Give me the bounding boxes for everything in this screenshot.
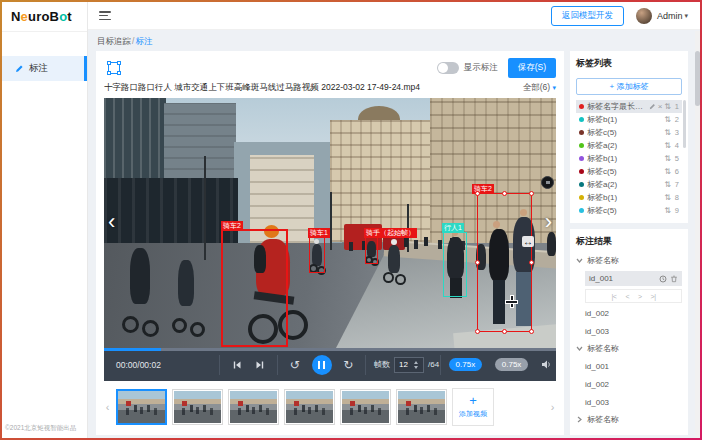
bounding-box-tool-icon[interactable] <box>108 62 120 74</box>
frame-stepper[interactable] <box>414 361 418 369</box>
result-group-header[interactable]: 标签名称 <box>576 253 682 268</box>
bbox-annotation-selected[interactable]: 骑车2 <box>477 193 532 332</box>
back-to-model-dev-button[interactable]: 返回模型开发 <box>551 6 624 26</box>
trash-icon[interactable] <box>670 275 678 283</box>
result-group-header[interactable]: 标签名称 <box>576 341 682 356</box>
filmstrip-prev-icon[interactable]: ‹ <box>104 401 111 413</box>
collapse-menu-icon[interactable] <box>99 11 111 20</box>
bbox-annotation[interactable]: 骑车2 <box>221 229 288 347</box>
label-row[interactable]: 标签b(1) ⇅ 2 <box>576 113 682 126</box>
breadcrumb: 目标追踪/标注 <box>97 35 692 48</box>
video-thumbnail[interactable] <box>396 389 447 425</box>
speed-pill-active[interactable]: 0.75x <box>449 358 483 371</box>
next-frame-icon[interactable] <box>255 360 265 370</box>
result-item[interactable]: id_003 <box>585 395 682 410</box>
breadcrumb-parent[interactable]: 目标追踪 <box>97 36 131 46</box>
video-canvas[interactable]: 骑车2 骑车1 骑手（起始帧） 行人1 骑车2 <box>104 98 556 348</box>
bbox-label: 骑车1 <box>308 228 330 238</box>
save-button[interactable]: 保存(S) <box>508 58 556 78</box>
resize-handle[interactable] <box>529 329 534 334</box>
label-row[interactable]: 标签c(5) ⇅ 9 <box>576 204 682 217</box>
result-item[interactable]: id_003 <box>585 324 682 339</box>
rewind-10-icon[interactable]: ↺ <box>290 359 300 371</box>
pause-button[interactable] <box>312 355 332 375</box>
resize-handle[interactable] <box>502 191 507 196</box>
box-action-icon[interactable] <box>541 176 554 189</box>
result-item[interactable]: id_002 <box>585 377 682 392</box>
sort-label-icon[interactable]: ⇅ <box>664 142 671 150</box>
label-list-scrollbar[interactable] <box>683 100 686 148</box>
sort-label-icon[interactable]: ⇅ <box>664 116 671 124</box>
pager-next-icon[interactable]: > <box>638 293 642 300</box>
video-thumbnail[interactable] <box>116 389 167 425</box>
label-name: 标签b(1) <box>587 153 662 164</box>
delete-label-icon[interactable]: × <box>658 103 663 111</box>
avatar[interactable] <box>636 8 652 24</box>
prev-video-chevron-icon[interactable]: ‹ <box>108 211 115 233</box>
result-group-header[interactable]: 标签名称 <box>576 412 682 427</box>
prev-frame-icon[interactable] <box>232 360 242 370</box>
sort-label-icon[interactable]: ⇅ <box>664 194 671 202</box>
photo-region <box>330 192 332 250</box>
video-thumbnail[interactable] <box>228 389 279 425</box>
add-video-button[interactable]: + 添加视频 <box>452 388 494 426</box>
sort-label-icon[interactable]: ⇅ <box>664 155 671 163</box>
sort-label-icon[interactable]: ⇅ <box>664 129 671 137</box>
speed-pill-secondary[interactable]: 0.75x <box>495 358 529 371</box>
sort-label-icon[interactable]: ⇅ <box>664 207 671 215</box>
sort-label-icon[interactable]: ⇅ <box>664 168 671 176</box>
label-row[interactable]: 标签名字最长数... × ⇅ 1 <box>576 100 682 113</box>
step-down-icon[interactable] <box>414 366 418 369</box>
pager-first-icon[interactable]: |< <box>612 293 617 300</box>
bbox-annotation[interactable]: 骑手（起始帧） <box>365 237 378 264</box>
resize-handle[interactable] <box>529 260 534 265</box>
video-thumbnail[interactable] <box>284 389 335 425</box>
sort-label-icon[interactable]: ⇅ <box>664 103 671 111</box>
right-panel: 标签列表 + 添加标签 标签名字最长数... × ⇅ 1 <box>570 51 688 435</box>
video-thumbnail[interactable] <box>172 389 223 425</box>
video-filter-dropdown[interactable]: 全部(6) ▾ <box>523 82 556 94</box>
label-row[interactable]: 标签a(2) ⇅ 4 <box>576 139 682 152</box>
filmstrip-next-icon[interactable]: › <box>549 401 556 413</box>
pager-last-icon[interactable]: >| <box>651 293 656 300</box>
edit-label-icon[interactable] <box>649 103 656 110</box>
resize-handle[interactable] <box>475 191 480 196</box>
label-row[interactable]: 标签b(1) ⇅ 8 <box>576 191 682 204</box>
frame-number-input[interactable] <box>395 360 413 369</box>
label-row[interactable]: 标签b(1) ⇅ 5 <box>576 152 682 165</box>
seek-bar[interactable] <box>104 348 556 351</box>
resize-handle[interactable] <box>529 191 534 196</box>
username[interactable]: Admin <box>657 11 683 21</box>
bbox-annotation[interactable]: 行人1 <box>443 232 467 297</box>
show-annotation-toggle[interactable] <box>437 62 459 74</box>
result-item[interactable]: id_001 <box>585 359 682 374</box>
label-row[interactable]: 标签c(5) ⇅ 6 <box>576 165 682 178</box>
photo-region <box>172 318 187 333</box>
label-row[interactable]: 标签c(5) ⇅ 3 <box>576 126 682 139</box>
step-up-icon[interactable] <box>414 361 418 364</box>
video-thumbnail[interactable] <box>340 389 391 425</box>
add-label-button[interactable]: + 添加标签 <box>576 78 682 95</box>
next-video-chevron-icon[interactable]: › <box>545 211 552 233</box>
photo-region <box>164 103 236 181</box>
sort-label-icon[interactable]: ⇅ <box>664 181 671 189</box>
page-scrollbar[interactable] <box>695 31 700 438</box>
result-item[interactable]: id_002 <box>585 306 682 321</box>
bbox-label: 行人1 <box>442 223 464 233</box>
bbox-annotation[interactable]: 骑车1 <box>309 237 325 273</box>
resize-handle[interactable] <box>475 329 480 334</box>
label-name: 标签c(5) <box>587 166 662 177</box>
sidebar-item-annotate[interactable]: 标注 <box>2 56 87 81</box>
label-name: 标签a(2) <box>587 140 662 151</box>
user-dropdown-caret-icon[interactable]: ▾ <box>684 12 688 20</box>
forward-10-icon[interactable]: ↻ <box>343 359 353 371</box>
resize-handle[interactable] <box>475 260 480 265</box>
sidebar: NeuroBot 标注 ©2021北京矩视智能出品 <box>2 2 88 438</box>
history-clock-icon[interactable] <box>659 275 667 283</box>
pager-prev-icon[interactable]: < <box>625 293 629 300</box>
result-item[interactable]: id_001 <box>585 271 682 286</box>
resize-handle[interactable] <box>502 329 507 334</box>
volume-icon[interactable] <box>541 359 552 370</box>
photo-region <box>130 248 150 304</box>
label-row[interactable]: 标签a(2) ⇅ 7 <box>576 178 682 191</box>
